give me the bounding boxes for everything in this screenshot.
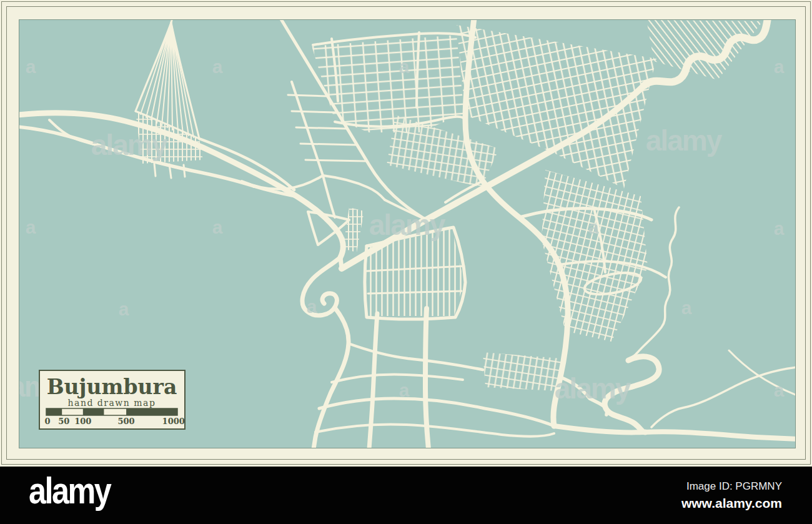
footer-info: Image ID: PGRMNY www.alamy.com bbox=[681, 480, 782, 511]
scale-bar-segment bbox=[83, 408, 104, 415]
grid-south bbox=[483, 352, 562, 391]
watermark-a: a bbox=[774, 218, 785, 239]
image-id-text: Image ID: PGRMNY bbox=[681, 480, 782, 493]
watermark-alamy: alamy bbox=[555, 372, 631, 405]
footer-bar: alamy Image ID: PGRMNY www.alamy.com bbox=[0, 467, 812, 524]
road bbox=[136, 22, 171, 111]
hatch-top-right bbox=[646, 20, 763, 80]
grid-block-ribbon bbox=[343, 207, 364, 252]
watermark-a: a bbox=[399, 380, 410, 400]
road bbox=[315, 425, 554, 437]
city-map-svg: alamyalamyalamyalamyalamyaaaaaaaaaaaaa B… bbox=[19, 20, 795, 448]
watermark-alamy: alamy bbox=[646, 124, 723, 157]
grid-top-center bbox=[312, 35, 464, 132]
road bbox=[323, 175, 385, 200]
scale-bar-label: 100 bbox=[74, 417, 91, 426]
watermark-a: a bbox=[307, 296, 317, 317]
watermark-alamy: alamy bbox=[369, 209, 446, 241]
watermark-a: a bbox=[26, 217, 36, 237]
scale-bar-label: 0 bbox=[45, 417, 51, 426]
watermark-a: a bbox=[588, 217, 599, 237]
road bbox=[349, 344, 483, 370]
scale-bar-label: 500 bbox=[118, 417, 135, 426]
watermark-a: a bbox=[681, 297, 692, 318]
road bbox=[369, 314, 377, 448]
map-area: alamyalamyalamyalamyalamyaaaaaaaaaaaaa B… bbox=[19, 19, 796, 448]
watermark-a: a bbox=[774, 380, 785, 400]
website-text: www.alamy.com bbox=[681, 496, 782, 511]
road bbox=[319, 398, 554, 426]
scale-bar-segment bbox=[46, 408, 62, 415]
road bbox=[332, 375, 463, 383]
watermark-a: a bbox=[26, 56, 36, 77]
watermark-a: a bbox=[774, 56, 785, 77]
watermark-a: a bbox=[119, 299, 129, 319]
watermark-a: a bbox=[212, 217, 223, 237]
map-title-card: Bujumbura hand drawn map 0501005001000 bbox=[39, 370, 185, 429]
alamy-logo: alamy bbox=[29, 469, 110, 512]
map-subtitle: hand drawn map bbox=[68, 398, 156, 408]
scale-bar-segment bbox=[126, 408, 177, 415]
scale-bar-label: 1000 bbox=[162, 417, 185, 426]
road bbox=[323, 175, 335, 217]
road bbox=[729, 350, 795, 395]
watermark-a: a bbox=[212, 56, 223, 77]
watermark-a: a bbox=[399, 56, 410, 77]
scale-bar-label: 50 bbox=[58, 417, 69, 426]
watermark-alamy: alamy bbox=[91, 129, 168, 161]
road-bottom-right bbox=[554, 426, 795, 439]
map-title: Bujumbura bbox=[47, 375, 177, 399]
stock-photo: alamyalamyalamyalamyalamyaaaaaaaaaaaaa B… bbox=[0, 0, 812, 524]
